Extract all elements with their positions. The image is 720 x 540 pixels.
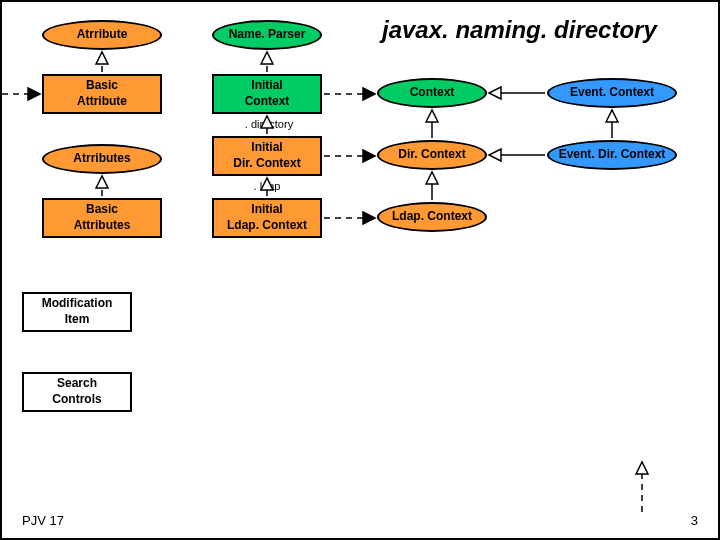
node-initial-context: Initial Context <box>212 74 322 114</box>
node-label-top: Search <box>24 376 130 392</box>
node-label-top: Modification <box>24 296 130 312</box>
node-label-top: Initial <box>214 140 320 156</box>
page-title: javax. naming. directory <box>382 16 657 44</box>
node-context: Context <box>377 78 487 108</box>
node-label: Event. Context <box>549 85 675 101</box>
node-label: Context <box>379 85 485 101</box>
node-label-bot: Context <box>214 94 320 110</box>
node-nameparser: Name. Parser <box>212 20 322 50</box>
node-label-bot: Controls <box>24 392 130 408</box>
node-label: Name. Parser <box>214 27 320 43</box>
node-label-bot: Attribute <box>44 94 160 110</box>
node-event-context: Event. Context <box>547 78 677 108</box>
node-event-dircontext: Event. Dir. Context <box>547 140 677 170</box>
node-initial-ldapcontext: Initial Ldap. Context <box>212 198 322 238</box>
node-label: Event. Dir. Context <box>549 147 675 163</box>
node-label: Atrribute <box>44 27 160 43</box>
node-search-controls: Search Controls <box>22 372 132 412</box>
footer-right: 3 <box>691 513 698 528</box>
node-dircontext: Dir. Context <box>377 140 487 170</box>
node-label-top: Initial <box>214 202 320 218</box>
node-attribute: Atrribute <box>42 20 162 50</box>
node-attributes: Atrributes <box>42 144 162 174</box>
node-label-bot: Attributes <box>44 218 160 234</box>
node-label: Atrributes <box>44 151 160 167</box>
node-label-bot: Dir. Context <box>214 156 320 172</box>
node-initial-dircontext: Initial Dir. Context <box>212 136 322 176</box>
node-label: Dir. Context <box>379 147 485 163</box>
node-label-top: Basic <box>44 202 160 218</box>
node-label: Ldap. Context <box>379 209 485 225</box>
slide-frame: javax. naming. directory Atrribute Name.… <box>0 0 720 540</box>
node-label-bot: Item <box>24 312 130 328</box>
pkg-label-directory: . directory <box>234 118 304 130</box>
node-basic-attributes: Basic Attributes <box>42 198 162 238</box>
node-label-top: Basic <box>44 78 160 94</box>
node-label-bot: Ldap. Context <box>214 218 320 234</box>
node-label-top: Initial <box>214 78 320 94</box>
node-basic-attribute: Basic Attribute <box>42 74 162 114</box>
node-ldapcontext: Ldap. Context <box>377 202 487 232</box>
node-modification-item: Modification Item <box>22 292 132 332</box>
footer-left: PJV 17 <box>22 513 64 528</box>
pkg-label-ldap: . ldap <box>242 180 292 192</box>
